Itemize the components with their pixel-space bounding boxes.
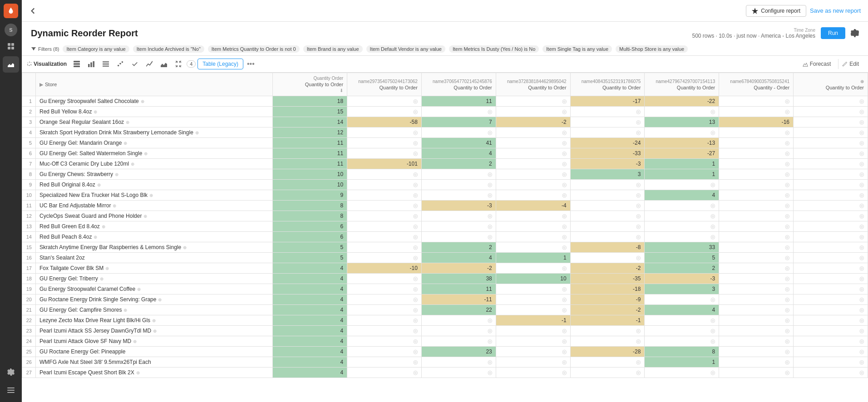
- col-name-0: Quantity Order: [313, 76, 343, 81]
- row-number: 3: [22, 117, 36, 127]
- th-store[interactable]: ▶ Store: [36, 73, 273, 96]
- item-tag-icon: ⊕: [158, 297, 162, 302]
- th-qty-4[interactable]: name4084351523191786075 Quantity to Orde…: [570, 73, 645, 96]
- qty-cell-6: ◎: [719, 347, 794, 357]
- filter-chip-6[interactable]: Item Single Tag is any value: [542, 45, 612, 53]
- qty-cell-4: -3: [570, 159, 645, 169]
- th-qty-3[interactable]: name3728381844629895042 Quantity to Orde…: [496, 73, 570, 96]
- th-qty-2[interactable]: name3706547702145245876 Quantity to Orde…: [421, 73, 496, 96]
- qty-cell-store: 12: [273, 127, 347, 138]
- qty-cell-4: -8: [570, 242, 645, 253]
- sidebar-item-menu[interactable]: [3, 382, 19, 398]
- qty-cell-6: ◎: [719, 232, 794, 242]
- svg-point-20: [122, 61, 123, 63]
- col-sub-7: Quantity to Order: [826, 85, 864, 90]
- store-expand-icon[interactable]: ▶: [39, 82, 43, 88]
- th-qty-7[interactable]: ⊕ Quantity to Order: [794, 73, 868, 96]
- qty-cell-store: 4: [273, 305, 347, 315]
- app-logo[interactable]: [4, 4, 18, 18]
- qty-cell-store: 11: [273, 159, 347, 169]
- qty-cell-2: ◎: [421, 211, 496, 221]
- view-table-icon[interactable]: [70, 58, 83, 70]
- filter-chip-0[interactable]: Item Category is any value: [63, 45, 129, 53]
- qty-cell-7: ◎: [794, 138, 868, 148]
- configure-label: Configure report: [761, 8, 800, 14]
- qty-cell-3: ◎: [496, 263, 570, 274]
- user-avatar[interactable]: S: [5, 24, 17, 36]
- svg-rect-16: [103, 64, 109, 65]
- qty-cell-1: ◎: [347, 326, 422, 336]
- forecast-button[interactable]: Forecast: [799, 59, 835, 69]
- view-list-icon[interactable]: [99, 58, 112, 70]
- sidebar-item-chart[interactable]: [3, 56, 19, 73]
- filter-chip-7[interactable]: Multi-Shop Store is any value: [616, 45, 688, 53]
- view-scatter-icon[interactable]: [114, 58, 127, 70]
- sidebar-item-settings[interactable]: [3, 364, 19, 380]
- qty-cell-7: ◎: [794, 107, 868, 117]
- item-tag-icon: ⊕: [153, 328, 157, 333]
- qty-cell-1: ◎: [347, 221, 422, 232]
- timezone-label: Time Zone: [692, 28, 815, 33]
- view-bar-chart-icon[interactable]: [85, 58, 98, 70]
- more-options-icon[interactable]: •••: [247, 60, 255, 68]
- filter-chip-5[interactable]: Item Metrics Is Dusty (Yes / No) is No: [449, 45, 539, 53]
- th-qty-0[interactable]: Quantity Order Quantity to Order ⬇: [273, 73, 347, 96]
- view-count-badge: 4: [187, 60, 196, 68]
- qty-cell-2: ◎: [421, 221, 496, 232]
- qty-cell-2: 11: [421, 284, 496, 294]
- qty-cell-3: ◎: [496, 294, 570, 305]
- table-legacy-button[interactable]: Table (Legacy): [197, 59, 243, 69]
- qty-cell-3: ◎: [496, 305, 570, 315]
- item-name: Fox Tailgate Cover Blk SM⊕: [36, 263, 273, 274]
- filter-chip-2[interactable]: Item Metrics Quantity to Order is not 0: [208, 45, 300, 53]
- report-settings-button[interactable]: [851, 29, 859, 37]
- qty-cell-1: ◎: [347, 284, 422, 294]
- sidebar-item-grid[interactable]: [3, 38, 19, 54]
- qty-cell-6: ◎: [719, 274, 794, 284]
- view-expand-icon[interactable]: [172, 58, 185, 70]
- view-check-icon[interactable]: [128, 58, 141, 70]
- qty-cell-7: ◎: [794, 159, 868, 169]
- item-name: CycleOps Sweat Guard and Phone Holder⊕: [36, 211, 273, 221]
- th-qty-5[interactable]: name4279674297007154113 Quantity to Orde…: [645, 73, 719, 96]
- svg-rect-3: [11, 47, 14, 49]
- qty-cell-2: ◎: [421, 336, 496, 347]
- table-body: 1 Gu Energy Stroopwafel Salted Chocolate…: [22, 96, 868, 378]
- configure-report-button[interactable]: Configure report: [746, 5, 806, 17]
- data-table-container[interactable]: ▶ Store Quantity Order Quantity to Order…: [22, 73, 868, 402]
- qty-cell-1: ◎: [347, 357, 422, 368]
- qty-cell-7: ◎: [794, 263, 868, 274]
- back-button[interactable]: [29, 7, 37, 15]
- qty-cell-6: ◎: [719, 368, 794, 378]
- table-row: 10 Specialized New Era Trucker Hat S-Log…: [22, 190, 868, 201]
- qty-cell-6: ◎: [719, 96, 794, 107]
- qty-cell-4: ◎: [570, 201, 645, 211]
- filters-toggle[interactable]: Filters (8): [31, 46, 59, 52]
- qty-cell-2: 38: [421, 274, 496, 284]
- filter-chip-1[interactable]: Item Include Archived is "No": [133, 45, 204, 53]
- item-tag-icon: ⊕: [141, 99, 144, 104]
- run-button[interactable]: Run: [821, 27, 845, 39]
- svg-rect-8: [74, 61, 80, 63]
- filter-chip-4[interactable]: Item Default Vendor is any value: [366, 45, 445, 53]
- topbar-right: Configure report Save as new report: [746, 5, 861, 17]
- sort-icon-0[interactable]: ⬇: [340, 88, 343, 93]
- item-name: Gu Roctane Energy Drink Single Serving: …: [36, 294, 273, 305]
- col-sub-3: Quantity to Order: [528, 85, 566, 90]
- qty-cell-6: ◎: [719, 201, 794, 211]
- qty-cell-2: 11: [421, 96, 496, 107]
- qty-cell-1: ◎: [347, 242, 422, 253]
- edit-button[interactable]: Edit: [838, 59, 863, 69]
- view-line-icon[interactable]: [143, 58, 156, 70]
- qty-cell-3: ◎: [496, 169, 570, 180]
- item-name: Skratch Sport Hydration Drink Mix Strawb…: [36, 127, 273, 138]
- qty-cell-store: 10: [273, 180, 347, 190]
- qty-cell-5: 1: [645, 357, 719, 368]
- th-qty-6[interactable]: name6784090035750815241 Quantity - Order: [719, 73, 794, 96]
- save-new-report-link[interactable]: Save as new report: [810, 7, 861, 14]
- th-qty-1[interactable]: name2973540750244173062 Quantity to Orde…: [347, 73, 422, 96]
- view-area-icon[interactable]: [158, 58, 170, 70]
- row-number: 14: [22, 232, 36, 242]
- filter-chip-3[interactable]: Item Brand is any value: [303, 45, 363, 53]
- table-row: 13 Red Bull Green Ed 8.4oz⊕ 6 ◎ ◎ ◎ ◎ ◎ …: [22, 221, 868, 232]
